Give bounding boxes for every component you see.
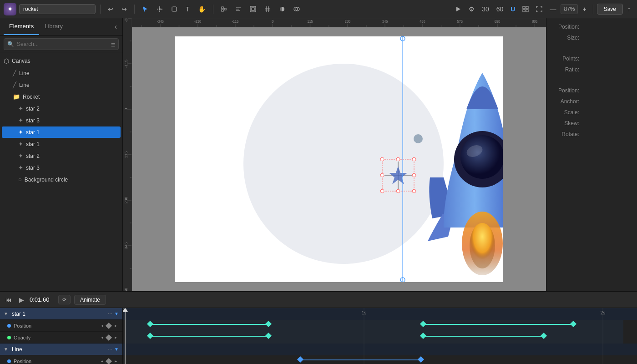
- animate-button[interactable]: Animate: [74, 295, 106, 305]
- save-button[interactable]: Save: [597, 4, 623, 15]
- element-item-canvas[interactable]: ⬡ Canvas: [0, 55, 122, 67]
- svg-rect-55: [150, 336, 271, 337]
- canvas-background[interactable]: [132, 27, 546, 291]
- anchor-label: Anchor:: [552, 98, 579, 105]
- element-item-line1[interactable]: ╱ Line: [2, 67, 121, 79]
- chevron-icon-line: ▼: [4, 347, 8, 352]
- tab-elements[interactable]: Elements: [4, 18, 39, 35]
- element-item-star1b[interactable]: ✦ star 1: [2, 138, 121, 150]
- star-icon-2a: ✦: [18, 105, 23, 112]
- svg-rect-50: [423, 324, 573, 325]
- mask-button[interactable]: [276, 4, 288, 14]
- element-item-bg-circle[interactable]: ○ Background circle: [2, 174, 121, 185]
- search-wrap: 🔍 ≡: [4, 38, 119, 50]
- right-panel: Position: Size: Points: Ratio: Position:…: [546, 18, 637, 291]
- present-button[interactable]: [452, 4, 464, 14]
- undo-button[interactable]: ↩: [105, 4, 116, 15]
- tl-propname-line-position: Position: [14, 359, 31, 364]
- tl-track-star1[interactable]: ▼ star 1 ⋯ ▼: [0, 308, 122, 320]
- hand-tool-button[interactable]: ✋: [195, 4, 208, 15]
- svg-point-13: [460, 135, 503, 179]
- svg-rect-2: [250, 6, 256, 12]
- redo-button[interactable]: ↪: [119, 4, 130, 15]
- timeline-play-button[interactable]: ▶: [17, 294, 26, 305]
- line-icon-1: ╱: [13, 70, 16, 76]
- project-name-input[interactable]: [19, 4, 96, 14]
- tab-library[interactable]: Library: [39, 18, 68, 35]
- element-item-star2b[interactable]: ✦ star 2: [2, 150, 121, 162]
- loop-button[interactable]: ⟳: [58, 295, 71, 304]
- view-mode-button[interactable]: [520, 4, 531, 14]
- svg-point-22: [380, 189, 384, 193]
- canvas-white[interactable]: [175, 36, 503, 282]
- tl-options-btn-star1[interactable]: ⋯: [108, 311, 112, 316]
- tl-add-kf-star1-op[interactable]: [106, 334, 112, 340]
- tl-options-btn-line[interactable]: ⋯: [108, 347, 112, 352]
- collapse-button[interactable]: ‹: [113, 21, 119, 33]
- settings-button[interactable]: ⚙: [466, 4, 477, 15]
- separator-4: [593, 5, 593, 14]
- list-options-button[interactable]: ≡: [111, 41, 115, 49]
- transform-button[interactable]: [218, 4, 230, 14]
- panel-tab-actions: ‹: [113, 18, 119, 35]
- search-icon: 🔍: [7, 41, 14, 47]
- tl-track-line[interactable]: ▼ Line ⋯ ▼: [0, 344, 122, 355]
- svg-point-16: [470, 223, 495, 268]
- tl-add-kf-star1-pos[interactable]: [106, 322, 112, 329]
- pen-tool-button[interactable]: [154, 4, 166, 14]
- frame-button[interactable]: [247, 4, 259, 14]
- zoom-out-button[interactable]: —: [547, 4, 559, 15]
- prop-row-ratio: Ratio:: [546, 65, 637, 75]
- shape-tool-button[interactable]: [168, 4, 180, 14]
- separator-1: [100, 5, 101, 14]
- tl-next-kf-star1-op[interactable]: ▸: [112, 334, 119, 341]
- element-item-star1-selected[interactable]: ✦ star 1: [2, 126, 121, 138]
- prop-row-scale: Scale:: [546, 107, 637, 117]
- tl-expand-icon-line: ▼: [114, 347, 119, 352]
- timer30-button[interactable]: 30: [479, 4, 492, 15]
- app-logo[interactable]: ✦: [4, 3, 16, 15]
- element-label-star2a: star 2: [26, 106, 40, 112]
- tl-next-kf-line-pos[interactable]: ▸: [112, 358, 119, 364]
- svg-rect-61: [300, 359, 421, 360]
- grid-button[interactable]: [262, 4, 273, 14]
- element-item-star2a[interactable]: ✦ star 2: [2, 103, 121, 114]
- prop-row-rotate: Rotate:: [546, 129, 637, 139]
- element-label-star1b: star 1: [26, 141, 40, 147]
- tl-expand-icon-star1: ▼: [114, 311, 119, 316]
- element-item-star3a[interactable]: ✦ star 3: [2, 115, 121, 126]
- points-label: Points:: [552, 56, 579, 62]
- timer60-button[interactable]: 60: [494, 4, 506, 15]
- search-input[interactable]: [4, 38, 119, 50]
- svg-point-23: [412, 189, 416, 193]
- tl-prev-kf-star1-op[interactable]: ◂: [99, 334, 105, 341]
- element-item-star3b[interactable]: ✦ star 3: [2, 162, 121, 173]
- canvas-icon: ⬡: [4, 57, 9, 65]
- zoom-in-button[interactable]: +: [580, 4, 589, 15]
- tl-prev-kf-line-pos[interactable]: ◂: [99, 358, 105, 364]
- canvas-area[interactable]: [123, 18, 546, 291]
- line-icon-2: ╱: [13, 81, 16, 88]
- tl-prop-star1-position: Position ◂ ▸: [0, 320, 122, 332]
- svg-rect-9: [523, 10, 525, 12]
- svg-rect-46: [125, 320, 623, 344]
- select-tool-button[interactable]: [139, 4, 151, 14]
- svg-rect-10: [526, 10, 528, 12]
- timeline-tracks[interactable]: 0s 1s 2s: [123, 308, 637, 364]
- tl-add-kf-line-pos[interactable]: [106, 358, 112, 364]
- align-button[interactable]: [233, 4, 244, 14]
- time-display: 0:01.60: [30, 296, 55, 303]
- prop-row-skew: Skew:: [546, 118, 637, 128]
- underline-button[interactable]: U: [508, 4, 518, 15]
- element-item-line2[interactable]: ╱ Line: [2, 79, 121, 91]
- bool-button[interactable]: [291, 4, 303, 14]
- tl-next-kf-star1-pos[interactable]: ▸: [112, 323, 119, 329]
- tl-dot-star1-opacity: [7, 336, 11, 339]
- timeline-prev-button[interactable]: ⏮: [4, 294, 14, 305]
- zoom-display: 87%: [561, 4, 578, 14]
- text-tool-button[interactable]: T: [183, 4, 192, 15]
- publish-button[interactable]: ↑: [625, 4, 633, 15]
- element-item-rocket[interactable]: 📁 Rocket: [2, 91, 121, 102]
- fit-button[interactable]: [533, 4, 545, 14]
- tl-prev-kf-star1-pos[interactable]: ◂: [99, 323, 105, 329]
